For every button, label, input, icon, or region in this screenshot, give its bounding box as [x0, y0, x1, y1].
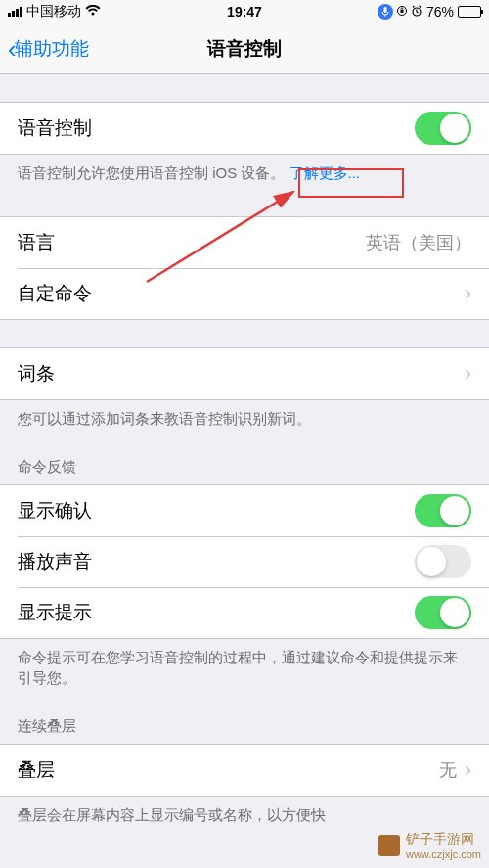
- watermark-url: www.czjxjc.com: [406, 848, 481, 860]
- svg-rect-0: [383, 7, 386, 13]
- watermark: 铲子手游网 www.czjxjc.com: [378, 831, 481, 860]
- wifi-icon: [85, 4, 101, 20]
- vocabulary-group: 词条 ›: [0, 347, 489, 400]
- row-label: 显示提示: [18, 600, 92, 625]
- overlay-group: 叠层 无 ›: [0, 744, 489, 797]
- status-bar: 中国移动 19:47 76%: [0, 0, 489, 23]
- voice-control-group: 语音控制: [0, 102, 489, 155]
- nav-bar: ‹ 辅助功能 语音控制: [0, 23, 489, 74]
- vocabulary-footer: 您可以通过添加词条来教语音控制识别新词。: [0, 400, 489, 440]
- show-confirm-row[interactable]: 显示确认: [0, 485, 489, 536]
- alarm-icon: [411, 4, 422, 20]
- watermark-text: 铲子手游网: [406, 831, 481, 848]
- carrier-label: 中国移动: [26, 3, 81, 21]
- show-hints-toggle[interactable]: [415, 596, 471, 629]
- row-label: 语音控制: [18, 115, 92, 141]
- overlay-header: 连续叠层: [0, 700, 489, 744]
- watermark-logo-icon: [378, 835, 400, 856]
- feedback-footer: 命令提示可在您学习语音控制的过程中，通过建议命令和提供提示来引导您。: [0, 639, 489, 700]
- voice-control-row[interactable]: 语音控制: [0, 103, 489, 154]
- voice-control-footer: 语音控制允许您使用语音控制 iOS 设备。 了解更多...: [0, 155, 489, 195]
- overlay-value: 无: [439, 758, 457, 782]
- chevron-right-icon: ›: [465, 759, 471, 781]
- show-hints-row[interactable]: 显示提示: [0, 587, 489, 638]
- lock-icon: [397, 4, 407, 20]
- chevron-right-icon: ›: [465, 283, 471, 304]
- battery-pct: 76%: [426, 4, 454, 20]
- back-label: 辅助功能: [15, 36, 89, 62]
- chevron-right-icon: ›: [465, 363, 471, 385]
- row-label: 词条: [18, 361, 55, 387]
- row-label: 播放声音: [18, 549, 92, 574]
- learn-more-link[interactable]: 了解更多...: [289, 164, 361, 181]
- battery-icon: [458, 6, 481, 18]
- custom-commands-row[interactable]: 自定命令 ›: [0, 268, 489, 319]
- overlay-row[interactable]: 叠层 无 ›: [0, 745, 489, 796]
- language-row[interactable]: 语言 英语（美国）: [0, 217, 489, 268]
- language-group: 语言 英语（美国） 自定命令 ›: [0, 216, 489, 320]
- back-button[interactable]: ‹ 辅助功能: [8, 36, 89, 62]
- language-value: 英语（美国）: [366, 231, 471, 254]
- feedback-group: 显示确认 播放声音 显示提示: [0, 484, 489, 639]
- voice-control-toggle[interactable]: [415, 112, 471, 145]
- vocabulary-row[interactable]: 词条 ›: [0, 348, 489, 399]
- svg-rect-2: [400, 10, 403, 13]
- status-time: 19:47: [227, 4, 262, 20]
- row-label: 显示确认: [18, 498, 92, 524]
- play-sound-row[interactable]: 播放声音: [0, 536, 489, 587]
- mic-icon: [378, 4, 393, 20]
- page-title: 语音控制: [207, 36, 282, 62]
- row-label: 叠层: [18, 757, 55, 783]
- feedback-header: 命令反馈: [0, 440, 489, 484]
- play-sound-toggle[interactable]: [415, 545, 471, 578]
- row-label: 自定命令: [18, 281, 92, 306]
- show-confirm-toggle[interactable]: [415, 494, 471, 527]
- row-label: 语言: [18, 230, 55, 255]
- signal-icon: [8, 7, 22, 17]
